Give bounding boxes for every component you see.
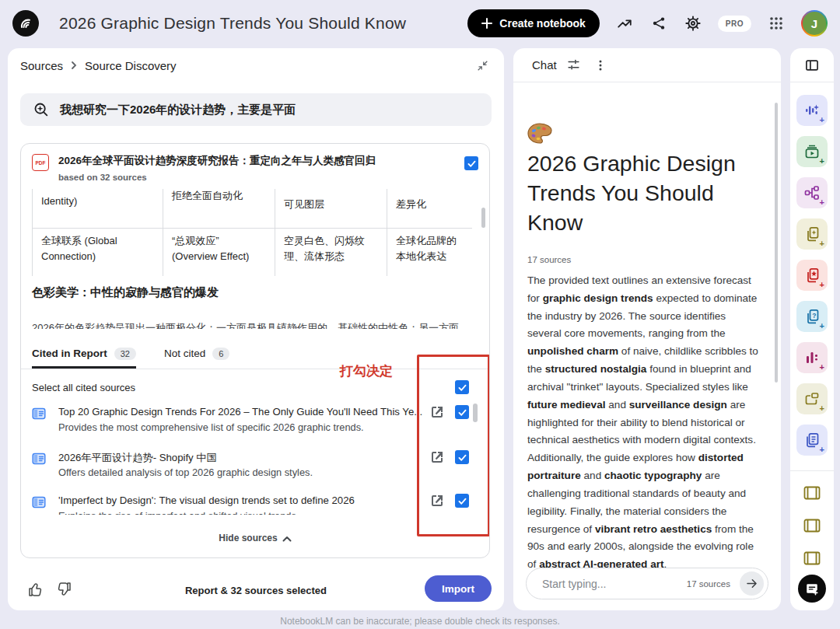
chat-more-menu-icon[interactable] [591,56,610,75]
tab-cited-in-report[interactable]: Cited in Report 32 [32,338,136,369]
plus-mini-icon: + [820,363,824,372]
import-button[interactable]: Import [425,575,492,602]
toggle-panel-icon[interactable] [803,56,821,75]
open-external-link-icon[interactable] [430,494,444,508]
chat-settings-icon[interactable] [565,56,583,75]
quiz-button[interactable]: ? + [796,301,828,332]
table-cell: 差异化 [387,189,473,228]
plus-mini-icon: + [820,157,824,166]
source-row[interactable]: 2026年平面设计趋势- Shopify 中国 Offers detailed … [32,450,471,492]
notebooklm-logo-icon[interactable] [12,10,39,37]
user-avatar[interactable]: J [801,10,828,37]
report-scrollbar-thumb[interactable] [481,208,485,228]
app-header: 2026 Graphic Design Trends You Should Kn… [0,0,840,47]
report-card: PDF 2026年全球平面设计趋势深度研究报告：重定向之年与人类感官回归 bas… [20,143,490,558]
research-query[interactable]: 我想研究一下2026年的设计趋势，主要是平面 [20,93,492,126]
search-sparkle-icon [33,101,50,118]
cited-count-badge: 32 [114,348,136,360]
source-checkbox-checked[interactable] [455,494,469,508]
settings-gear-icon[interactable] [684,14,702,33]
plus-mini-icon: + [820,281,824,289]
add-note-button[interactable] [798,575,826,603]
disclaimer-text: NotebookLM can be inaccurate; please dou… [0,616,840,627]
report-card-header: PDF 2026年全球平面设计趋势深度研究报告：重定向之年与人类感官回归 bas… [21,144,489,182]
table-cell: 全球化品牌的本地化表达 [387,228,473,276]
breadcrumb-source-discovery: Source Discovery [85,59,177,72]
audio-overview-button[interactable]: + [796,95,828,126]
plus-mini-icon: + [820,116,824,124]
plus-mini-icon: + [820,404,824,413]
table-cell: Identity) [33,189,163,228]
frame-item-icon[interactable] [803,484,821,501]
cited-tabs: Cited in Report 32 Not cited 6 [21,338,489,369]
notebooklm-app: 2026 Graphic Design Trends You Should Kn… [0,0,840,629]
chat-summary: The provided text outlines an extensive … [527,272,759,574]
pro-badge: PRO [718,16,751,32]
share-icon[interactable] [649,14,668,33]
source-checkbox-checked[interactable] [455,450,469,464]
plus-mini-icon: + [820,446,824,454]
frame-item-icon[interactable] [803,517,821,534]
not-cited-count-badge: 6 [212,348,229,360]
query-text: 我想研究一下2026年的设计趋势，主要是平面 [60,103,296,117]
source-description: Provides the most comprehensive list of … [58,421,424,433]
check-icon [457,383,467,393]
arrow-right-icon [745,577,758,590]
slides-button[interactable]: + [796,383,828,414]
select-all-label: Select all cited sources [32,382,135,393]
briefing-doc-button[interactable]: + [796,425,828,456]
note-add-icon [805,582,819,596]
web-source-icon [32,452,46,469]
source-title: 'Imperfect by Design': The visual design… [58,494,432,506]
notebook-title: 2026 Graphic Design Trends You Should Kn… [59,14,406,33]
frame-item-icon[interactable] [803,550,821,567]
chat-scrollbar-thumb[interactable] [775,103,778,383]
breadcrumb-sources[interactable]: Sources [20,59,63,72]
source-row[interactable]: Top 20 Graphic Design Trends For 2026 – … [32,405,471,447]
report-section-heading: 色彩美学：中性的寂静与感官的爆发 [32,285,219,300]
source-description: Offers detailed analysis of top 2026 gra… [58,467,424,478]
create-notebook-button[interactable]: Create notebook [467,9,599,37]
table-cell: 空灵白色、闪烁纹理、流体形态 [275,228,387,276]
web-source-icon [32,407,46,424]
source-row[interactable]: 'Imperfect by Design': The visual design… [32,494,471,536]
sources-breadcrumb: Sources Source Discovery [8,48,504,82]
select-all-checkbox-checked[interactable] [455,380,469,394]
source-description-clipped: Explains the rise of imperfect and shift… [58,510,424,515]
web-source-icon [32,495,46,512]
chat-sources-count: 17 sources [527,255,571,264]
tab-not-cited[interactable]: Not cited 6 [164,338,229,369]
avatar-letter: J [803,12,826,35]
header-actions: Create notebook PRO J [467,9,828,37]
svg-text:?: ? [812,312,816,320]
report-checkbox-checked[interactable] [464,156,478,170]
sources-scrollbar-thumb[interactable] [473,404,478,422]
check-icon [457,496,467,506]
chat-panel: Chat 2026 Graphic Design Trends You Shou… [513,48,781,610]
source-title: Top 20 Graphic Design Trends For 2026 – … [58,406,432,418]
flashcards-button[interactable]: + [796,260,828,291]
source-checkbox-checked[interactable] [455,405,469,419]
video-overview-button[interactable]: + [796,136,828,167]
table-cell: “总观效应” (Overview Effect) [163,228,275,276]
open-external-link-icon[interactable] [430,450,444,464]
plus-mini-icon: + [820,198,824,207]
open-external-link-icon[interactable] [430,405,444,419]
hide-sources-button[interactable]: Hide sources [21,533,489,543]
chat-text-input[interactable] [542,578,684,590]
sources-panel: Sources Source Discovery 我想研究一下2026年的设计趋… [8,48,504,610]
collapse-panel-icon[interactable] [473,56,492,75]
chevron-right-icon [69,61,79,70]
analytics-icon[interactable] [615,14,634,33]
apps-grid-icon[interactable] [767,14,786,33]
source-title: 2026年平面设计趋势- Shopify 中国 [58,451,432,465]
send-button[interactable] [740,571,764,596]
report-cards-button[interactable]: + [796,218,828,250]
select-all-row: Select all cited sources [32,379,471,396]
rail-divider [790,470,834,471]
plus-mini-icon: + [820,239,824,248]
table-cell: 拒绝全面自动化 [163,189,275,228]
plus-icon [481,18,492,29]
infographic-button[interactable]: + [796,342,828,373]
mind-map-button[interactable]: + [796,177,828,208]
